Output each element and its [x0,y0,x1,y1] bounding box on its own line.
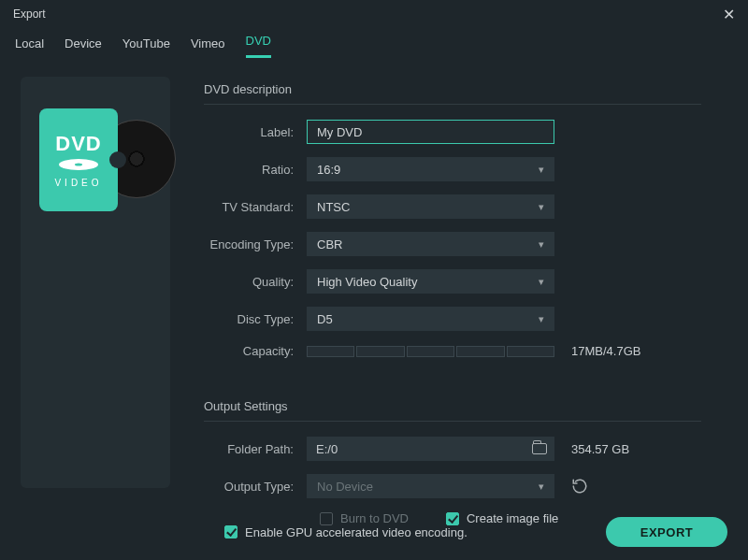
tab-local[interactable]: Local [15,36,44,58]
label-encoding: Encoding Type: [204,237,307,251]
chevron-down-icon: ▾ [539,164,544,176]
close-icon[interactable]: ✕ [723,6,735,23]
label-input[interactable] [307,120,554,144]
folder-free-space: 354.57 GB [571,442,629,456]
label-input-field[interactable] [317,125,544,139]
tab-youtube[interactable]: YouTube [122,36,170,58]
ratio-select[interactable]: 16:9 ▾ [307,157,554,181]
chevron-down-icon: ▾ [539,313,544,325]
disctype-select[interactable]: D5 ▾ [307,307,554,331]
tvstandard-select[interactable]: NTSC ▾ [307,194,554,219]
dvd-cover-sub: VIDEO [54,178,102,188]
tab-dvd[interactable]: DVD [246,34,271,58]
tab-device[interactable]: Device [65,36,102,58]
export-button[interactable]: EXPORT [606,517,727,547]
quality-select[interactable]: High Video Quality ▾ [307,269,554,294]
label-folderpath: Folder Path: [204,442,307,456]
gpu-encoding-label: Enable GPU accelerated video encoding. [245,525,468,539]
section-output-settings: Output Settings [204,394,701,422]
dvd-cover-title: DVD [55,132,101,156]
label-label: Label: [204,125,307,139]
dvd-cover-icon: DVD VIDEO [39,108,118,211]
dvd-preview: DVD VIDEO [21,77,170,488]
encoding-select[interactable]: CBR ▾ [307,232,554,256]
label-outputtype: Output Type: [204,480,307,494]
window-title: Export [13,7,46,21]
label-disctype: Disc Type: [204,312,307,326]
tab-vimeo[interactable]: Vimeo [191,36,225,58]
folderpath-input[interactable]: E:/0 [307,437,554,461]
chevron-down-icon: ▾ [539,201,544,213]
section-dvd-description: DVD description [204,77,701,105]
label-quality: Quality: [204,275,307,289]
chevron-down-icon: ▾ [539,481,544,493]
label-tvstandard: TV Standard: [204,200,307,214]
checkbox-gpu-encoding[interactable]: Enable GPU accelerated video encoding. [224,525,468,539]
folder-icon[interactable] [532,443,547,454]
label-capacity: Capacity: [204,344,307,358]
capacity-meter [307,346,554,357]
chevron-down-icon: ▾ [539,276,544,288]
chevron-down-icon: ▾ [539,238,544,251]
refresh-icon[interactable] [571,478,588,495]
outputtype-select[interactable]: No Device ▾ [307,474,554,498]
label-ratio: Ratio: [204,163,307,177]
check-icon [224,525,237,538]
capacity-text: 17MB/4.7GB [571,344,640,358]
export-tabs: Local Device YouTube Vimeo DVD [0,28,748,58]
